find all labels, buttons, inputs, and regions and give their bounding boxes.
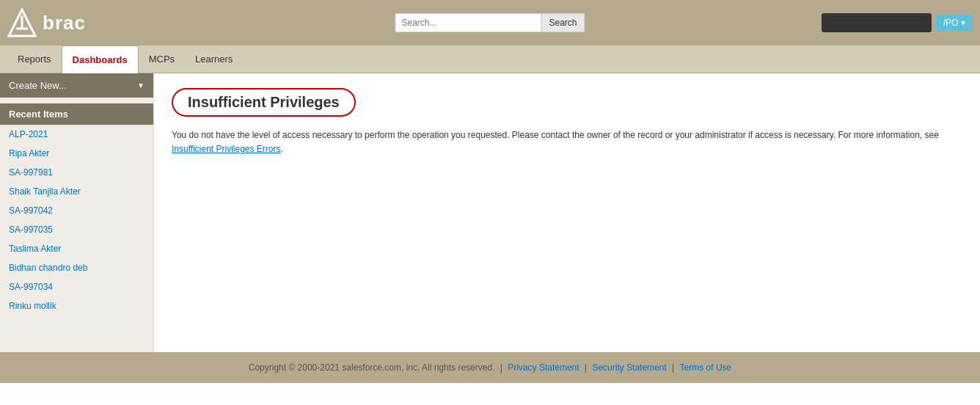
user-bar	[822, 13, 932, 32]
footer-sep-1: |	[500, 362, 505, 373]
logo-area: brac	[7, 8, 86, 37]
nav-item-dashboards[interactable]: Dashboards	[62, 45, 139, 73]
nav-item-mcps[interactable]: MCPs	[139, 45, 185, 73]
recent-item[interactable]: Bidhan chandro deb	[0, 258, 153, 277]
recent-item[interactable]: SA-997042	[0, 201, 153, 220]
error-desc-text: You do not have the level of access nece…	[172, 130, 939, 140]
recent-item[interactable]: Ripa Akter	[0, 144, 153, 163]
recent-item[interactable]: SA-997035	[0, 220, 153, 239]
footer-copyright: Copyright © 2000-2021 salesforce.com, in…	[249, 362, 495, 373]
error-description: You do not have the level of access nece…	[172, 128, 942, 156]
footer-terms-link[interactable]: Terms of Use	[680, 362, 732, 373]
header: brac Search /PO ▾	[0, 0, 980, 45]
user-dropdown-button[interactable]: /PO ▾	[936, 15, 973, 31]
recent-item[interactable]: Rinku mollik	[0, 296, 153, 315]
search-button[interactable]: Search	[541, 13, 585, 32]
brac-logo-icon	[7, 8, 37, 37]
main-content: Insufficient Privileges You do not have …	[154, 73, 980, 352]
logo-text: brac	[43, 12, 86, 34]
recent-item[interactable]: SA-997981	[0, 163, 153, 182]
create-new-label: Create New...	[9, 80, 67, 91]
footer-sep-2: |	[585, 362, 589, 373]
user-area: /PO ▾	[822, 13, 973, 32]
search-input[interactable]	[395, 13, 541, 32]
nav-item-reports[interactable]: Reports	[7, 45, 62, 73]
recent-items-header: Recent Items	[0, 103, 153, 125]
footer-privacy-link[interactable]: Privacy Statement	[508, 362, 579, 373]
navbar: Reports Dashboards MCPs Learners	[0, 45, 980, 73]
insufficient-privileges-link[interactable]: Insufficient Privileges Errors	[172, 144, 281, 154]
error-title: Insufficient Privileges	[188, 94, 340, 111]
footer-security-link[interactable]: Security Statement	[592, 362, 666, 373]
create-new-button[interactable]: Create New... ▼	[0, 73, 153, 98]
content-wrapper: Create New... ▼ Recent Items ALP-2021 Ri…	[0, 73, 980, 352]
footer: Copyright © 2000-2021 salesforce.com, in…	[0, 352, 980, 383]
nav-item-learners[interactable]: Learners	[185, 45, 243, 73]
sidebar: Create New... ▼ Recent Items ALP-2021 Ri…	[0, 73, 154, 352]
error-period: .	[281, 144, 283, 154]
search-area: Search	[395, 13, 585, 32]
recent-item[interactable]: SA-997034	[0, 277, 153, 296]
create-new-arrow-icon: ▼	[137, 81, 145, 90]
error-title-wrapper: Insufficient Privileges	[172, 88, 356, 117]
recent-item[interactable]: ALP-2021	[0, 125, 153, 144]
footer-sep-3: |	[672, 362, 676, 373]
recent-item[interactable]: Shaik Tanjila Akter	[0, 182, 153, 201]
recent-item[interactable]: Taslima Akter	[0, 239, 153, 258]
